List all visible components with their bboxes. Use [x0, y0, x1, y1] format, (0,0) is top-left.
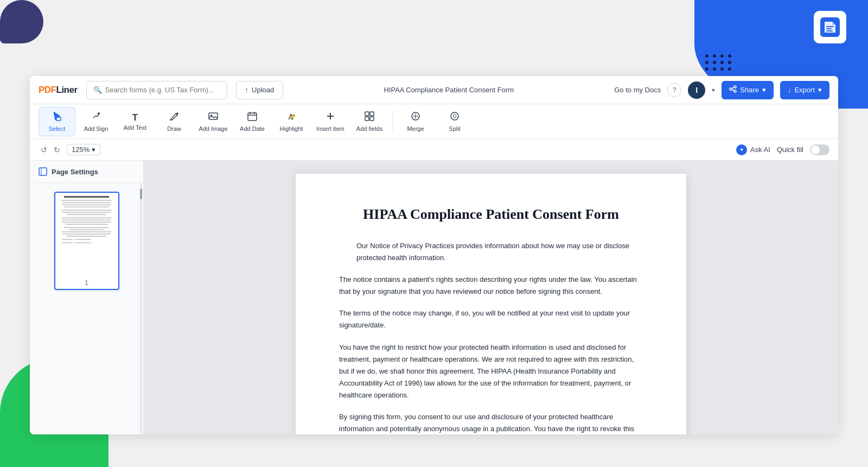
share-button[interactable]: Share ▾: [722, 81, 774, 99]
header: PDFLiner 🔍 ↑ Upload HIPAA Compliance Pat…: [30, 76, 838, 104]
split-label: Split: [449, 125, 460, 132]
ask-ai-button[interactable]: ✦ Ask AI: [736, 144, 770, 155]
pdf-viewer[interactable]: HIPAA Compliance Patient Consent Form Ou…: [144, 161, 838, 434]
blob-top-left: [0, 0, 43, 43]
pdf-content: Our Notice of Privacy Practices provides…: [339, 240, 643, 434]
svg-point-26: [453, 115, 456, 118]
page-thumbnail-1[interactable]: 1: [54, 192, 119, 290]
avatar[interactable]: I: [688, 81, 705, 99]
toolbar: Select Add Sign T Add Text Draw: [30, 104, 838, 139]
page-thumb-inner: [55, 193, 118, 277]
add-text-label: Add Text: [124, 124, 147, 131]
export-button[interactable]: ↓ Export ▾: [780, 81, 829, 99]
brand-logo-icon: [814, 11, 846, 43]
undo-button[interactable]: ↺: [39, 143, 49, 156]
add-fields-icon: [364, 111, 375, 124]
search-bar[interactable]: 🔍: [86, 81, 227, 99]
pdf-paragraph-p1: Our Notice of Privacy Practices provides…: [356, 240, 643, 264]
add-date-label: Add Date: [240, 125, 265, 132]
scroll-thumb: [140, 188, 142, 199]
svg-rect-9: [56, 117, 61, 121]
sidebar: Page Settings: [30, 161, 144, 434]
ask-ai-icon: ✦: [736, 144, 747, 155]
logo-text: PDFLiner: [39, 84, 78, 96]
ask-ai-label: Ask AI: [750, 146, 770, 154]
add-sign-label: Add Sign: [84, 125, 108, 132]
svg-rect-3: [826, 30, 833, 31]
svg-rect-23: [370, 117, 374, 121]
tool-insert-item[interactable]: Insert item: [312, 107, 349, 136]
upload-icon: ↑: [245, 86, 249, 94]
help-button[interactable]: ?: [667, 83, 681, 97]
tool-split[interactable]: Split: [436, 107, 473, 136]
doc-title: HIPAA Compliance Patient Consent Form: [283, 86, 614, 94]
merge-label: Merge: [407, 125, 424, 132]
select-label: Select: [49, 125, 66, 132]
tool-select[interactable]: Select: [39, 107, 75, 136]
share-dropdown-icon: ▾: [762, 86, 766, 94]
highlight-icon: A: [286, 111, 297, 124]
pdf-title: HIPAA Compliance Patient Consent Form: [339, 206, 643, 223]
svg-rect-11: [209, 113, 218, 119]
logo: PDFLiner: [39, 84, 78, 96]
svg-rect-2: [826, 28, 832, 29]
upload-label: Upload: [252, 86, 274, 94]
redo-button[interactable]: ↻: [52, 143, 62, 156]
draw-label: Draw: [167, 125, 181, 132]
select-icon: [52, 111, 62, 124]
svg-point-5: [730, 88, 732, 90]
svg-point-10: [98, 112, 100, 115]
merge-icon: [410, 111, 421, 124]
zoom-dropdown-icon: ▾: [92, 146, 95, 154]
page-number: 1: [55, 277, 118, 289]
add-fields-label: Add fields: [356, 125, 382, 132]
quick-fill-label: Quick fill: [777, 146, 803, 154]
search-input[interactable]: [105, 86, 220, 94]
page-thumbnail-area: 1: [30, 183, 143, 434]
avatar-dropdown-icon[interactable]: ▾: [712, 86, 715, 94]
highlight-label: Highlight: [280, 125, 303, 132]
tool-add-image[interactable]: Add Image: [195, 107, 232, 136]
svg-rect-20: [365, 112, 369, 116]
undo-redo-group: ↺ ↻: [39, 143, 62, 156]
scroll-bar[interactable]: [140, 183, 142, 434]
pdf-paragraph-p5: By signing this form, you consent to our…: [339, 411, 643, 434]
add-text-icon: T: [132, 112, 138, 123]
tool-draw[interactable]: Draw: [156, 107, 193, 136]
pdf-paragraph-p3: The terms of the notice may change, if s…: [339, 307, 643, 331]
tool-highlight[interactable]: A Highlight: [273, 107, 310, 136]
svg-point-25: [451, 112, 458, 120]
tool-add-date[interactable]: Add Date: [234, 107, 271, 136]
upload-button[interactable]: ↑ Upload: [236, 81, 284, 99]
quick-fill-toggle[interactable]: [810, 144, 829, 155]
tool-add-sign[interactable]: Add Sign: [78, 107, 114, 136]
share-label: Share: [740, 86, 759, 94]
insert-item-label: Insert item: [316, 125, 344, 132]
page-settings-label: Page Settings: [52, 168, 98, 176]
insert-item-icon: [325, 111, 336, 124]
split-icon: [449, 111, 460, 124]
svg-rect-27: [39, 168, 47, 175]
draw-icon: [169, 111, 180, 124]
toolbar2: ↺ ↻ 125% ▾ ✦ Ask AI Quick fill: [30, 139, 838, 161]
tool-merge[interactable]: Merge: [397, 107, 434, 136]
tool-add-fields[interactable]: Add fields: [351, 107, 388, 136]
app-container: PDFLiner 🔍 ↑ Upload HIPAA Compliance Pat…: [30, 76, 838, 434]
header-right: Go to my Docs ? I ▾ Share ▾ ↓: [614, 81, 829, 99]
tool-add-text[interactable]: T Add Text: [117, 107, 154, 136]
dots-decoration: [705, 54, 732, 71]
svg-line-8: [732, 90, 734, 91]
go-to-docs-link[interactable]: Go to my Docs: [614, 86, 661, 94]
add-date-icon: [247, 111, 258, 124]
add-image-label: Add Image: [199, 125, 227, 132]
pdf-paragraph-p4: You have the right to restrict how your …: [339, 342, 643, 401]
zoom-value: 125%: [72, 146, 90, 154]
svg-rect-22: [365, 117, 369, 121]
main-content: Page Settings: [30, 161, 838, 434]
page-settings-header: Page Settings: [30, 161, 143, 183]
svg-line-7: [732, 87, 734, 89]
search-icon: 🔍: [93, 86, 102, 94]
svg-rect-1: [826, 26, 834, 27]
zoom-selector[interactable]: 125% ▾: [67, 144, 100, 155]
add-sign-icon: [91, 111, 101, 124]
